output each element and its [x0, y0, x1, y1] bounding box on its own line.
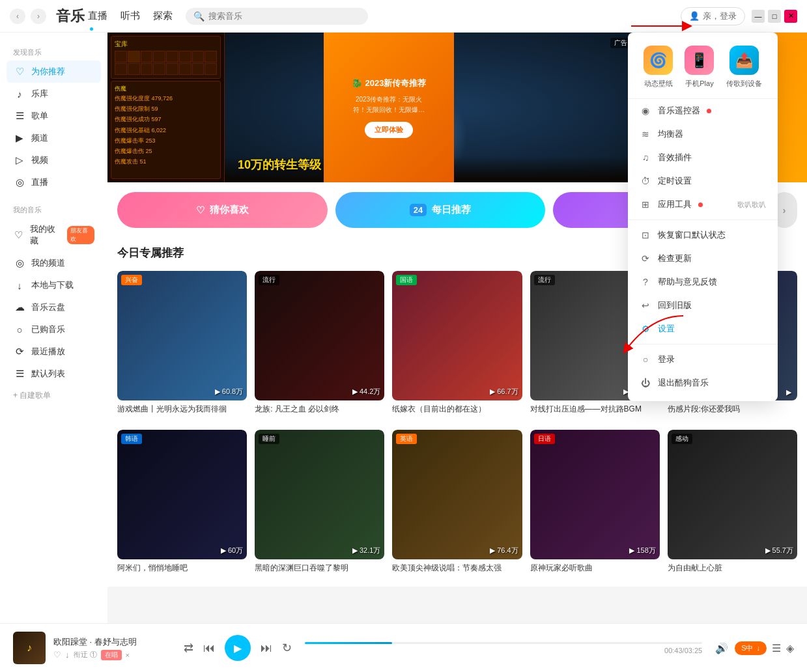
sidebar-item-purchased[interactable]: ○ 已购音乐	[7, 318, 101, 341]
nav-live[interactable]: 直播	[88, 10, 107, 22]
sidebar-item-channel[interactable]: ▶ 频道	[7, 127, 101, 149]
play-pause-btn[interactable]: ▶	[225, 635, 251, 661]
update-icon: ⟳	[640, 253, 651, 264]
update-label: 检查更新	[658, 253, 692, 264]
transfer-label: 传歌到设备	[726, 79, 762, 89]
remote-dot	[707, 109, 711, 113]
dropdown-menu: 🌀 动态壁纸 📱 手机Play 📤 传歌到设备 ◉ 音乐遥控器 ≋ 均衡器 ♫ …	[628, 33, 778, 401]
card-7[interactable]: 睡前 ▶32.1万 黑暗的深渊巨口吞噬了黎明	[255, 430, 384, 574]
dropdown-feedback[interactable]: ? 帮助与意见反馈	[628, 270, 778, 294]
my-channel-icon: ◎	[13, 257, 26, 269]
card-4-title: 对线打出压迫感——对抗路BGM	[530, 404, 660, 415]
purchased-icon: ○	[13, 324, 26, 335]
tools-dot	[698, 203, 703, 207]
dropdown-tools[interactable]: ⊞ 应用工具 歌叭歌叭	[628, 193, 778, 216]
dropdown-old-version[interactable]: ↩ 回到旧版	[628, 294, 778, 317]
dropdown-transfer[interactable]: 📤 传歌到设备	[726, 46, 762, 89]
search-bar: 🔍	[186, 8, 368, 25]
sidebar-label-playlist: 歌单	[31, 110, 48, 122]
app-title-dot	[90, 27, 93, 31]
player-download-btn[interactable]: ↓	[65, 650, 70, 660]
dropdown-settings[interactable]: ⚙ 设置	[628, 317, 778, 341]
progress-bar[interactable]	[305, 642, 702, 644]
nav-links: 直播 听书 探索	[88, 10, 173, 22]
dropdown-check-update[interactable]: ⟳ 检查更新	[628, 247, 778, 270]
card-10-title: 为自由献上心脏	[668, 563, 797, 574]
sidebar-item-default-list[interactable]: ☰ 默认列表	[7, 363, 101, 385]
nav-explore[interactable]: 探索	[153, 10, 173, 22]
sidebar-item-favorites[interactable]: ♡ 我的收藏 朋友喜欢	[7, 218, 101, 252]
dropdown-restore-window[interactable]: ⊡ 恢复窗口默认状态	[628, 223, 778, 247]
sidebar-item-downloads[interactable]: ↓ 本地与下载	[7, 274, 101, 296]
dropdown-login[interactable]: ○ 登录	[628, 348, 778, 371]
dropdown-quit[interactable]: ⏻ 退出酷狗音乐	[628, 371, 778, 395]
card-9-play-count: ▶158万	[629, 546, 655, 555]
sidebar-label-purchased: 已购音乐	[31, 324, 65, 335]
player-like-btn[interactable]: ♡	[53, 650, 61, 660]
card-10[interactable]: 感动 ▶55.7万 为自由献上心脏	[668, 430, 797, 574]
card-6[interactable]: 韩语 ▶60万 阿米们，悄悄地睡吧	[117, 430, 247, 574]
progress-fill	[305, 642, 392, 644]
login-button[interactable]: 👤 亲，登录	[681, 7, 745, 25]
dropdown-audio-plugin[interactable]: ♫ 音效插件	[628, 146, 778, 169]
dropdown-phone-play[interactable]: 📱 手机Play	[685, 46, 714, 89]
player-info: 欧阳躁堂 · 春妤与志明 ♡ ↓ 衔迂 ① 在唱 ×	[53, 636, 184, 660]
volume-area: 🔊	[715, 642, 728, 654]
dropdown-wallpaper[interactable]: 🌀 动态壁纸	[644, 46, 673, 89]
player-bar: ♪ 欧阳躁堂 · 春妤与志明 ♡ ↓ 衔迂 ① 在唱 × ⇄ ⏮ ▶ ⏭ ↻ 0…	[0, 623, 807, 672]
heart-icon: ♡	[196, 204, 205, 216]
card-1[interactable]: 兴奋 ▶60.8万 游戏燃曲丨光明永远为我而徘徊	[117, 271, 247, 415]
skin-btn[interactable]: ◈	[786, 642, 794, 654]
guess-you-like-btn[interactable]: ♡ 猜你喜欢	[117, 192, 328, 228]
back-button[interactable]: ‹	[10, 8, 25, 24]
shuffle-btn[interactable]: ⇄	[184, 641, 193, 655]
create-playlist-btn[interactable]: + 自建歌单	[7, 385, 101, 406]
card-2[interactable]: 流行 ▶44.2万 龙族: 凡王之血 必以剑终	[255, 271, 384, 415]
sidebar-item-live[interactable]: ◎ 直播	[7, 171, 101, 193]
dropdown-divider-1	[628, 219, 778, 220]
legend-title: 🐉 2023新传奇推荐	[352, 77, 427, 89]
daily-recommend-btn[interactable]: 24 每日推荐	[335, 192, 546, 228]
dropdown-timer[interactable]: ⏱ 定时设置	[628, 169, 778, 193]
card-8[interactable]: 英语 ▶76.4万 欧美顶尖神级说唱：节奏感太强	[392, 430, 522, 574]
downloads-icon: ↓	[13, 280, 26, 291]
dropdown-equalizer[interactable]: ≋ 均衡器	[628, 122, 778, 146]
download-badge[interactable]: S中 ↓	[735, 641, 767, 655]
card-1-play-count: ▶60.8万	[215, 387, 243, 397]
forward-button[interactable]: ›	[31, 8, 46, 24]
volume-icon[interactable]: 🔊	[715, 642, 728, 654]
minimize-button[interactable]: —	[752, 10, 765, 23]
banner-main: 宝库	[107, 33, 670, 182]
close-button[interactable]: ✕	[784, 10, 797, 23]
nav-audiobook[interactable]: 听书	[120, 10, 140, 22]
card-9[interactable]: 日语 ▶158万 原神玩家必听歌曲	[530, 430, 660, 574]
player-controls: ⇄ ⏮ ▶ ⏭ ↻	[184, 635, 292, 661]
singing-close-btn[interactable]: ×	[126, 651, 130, 659]
repeat-btn[interactable]: ↻	[282, 641, 292, 655]
sidebar-label-cloud: 音乐云盘	[31, 301, 65, 313]
prev-btn[interactable]: ⏮	[203, 641, 215, 655]
sidebar-item-my-channel[interactable]: ◎ 我的频道	[7, 252, 101, 274]
tools-icon: ⊞	[640, 199, 651, 210]
sidebar-label-channel: 频道	[31, 132, 48, 144]
sidebar-item-recommend[interactable]: ♡ 为你推荐	[7, 61, 101, 83]
download-arrow: ↓	[757, 644, 761, 652]
sidebar-item-cloud[interactable]: ☁ 音乐云盘	[7, 296, 101, 318]
sidebar-item-library[interactable]: ♪ 乐库	[7, 83, 101, 105]
maximize-button[interactable]: □	[768, 10, 781, 23]
queue-btn[interactable]: ☰	[772, 642, 781, 654]
card-3[interactable]: 国语 ▶66.7万 纸嫁衣（目前出的都在这）	[392, 271, 522, 415]
dropdown-remote-control[interactable]: ◉ 音乐遥控器	[628, 99, 778, 122]
old-version-icon: ↩	[640, 300, 651, 311]
equalizer-label: 均衡器	[658, 128, 683, 140]
restore-label: 恢复窗口默认状态	[658, 229, 726, 241]
sidebar-item-video[interactable]: ▷ 视频	[7, 149, 101, 171]
player-actions-row: ♡ ↓ 衔迂 ① 在唱 ×	[53, 650, 184, 660]
next-btn[interactable]: ⏭	[261, 641, 272, 655]
old-version-label: 回到旧版	[658, 300, 692, 311]
legend-btn[interactable]: 立即体验	[365, 122, 413, 138]
time-display: 00:43 / 03:25	[305, 647, 702, 654]
search-input[interactable]	[208, 11, 360, 21]
sidebar-item-recent[interactable]: ⟳ 最近播放	[7, 341, 101, 363]
sidebar-item-playlist[interactable]: ☰ 歌单	[7, 105, 101, 127]
